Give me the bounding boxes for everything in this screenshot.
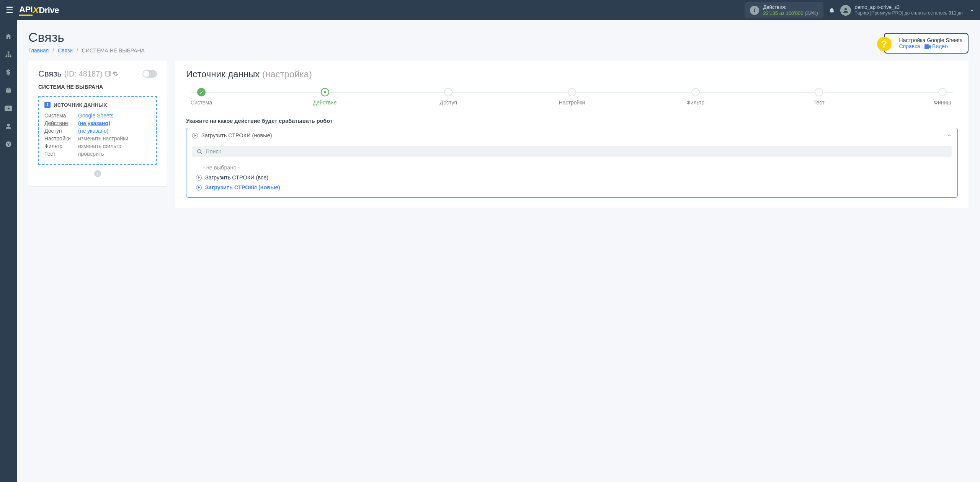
search-input[interactable]: Поиск <box>192 146 952 157</box>
add-button[interactable]: + <box>94 170 101 177</box>
user-icon[interactable] <box>4 122 13 131</box>
badge-1: 1 <box>44 102 51 108</box>
breadcrumb-links[interactable]: Связи <box>58 47 73 54</box>
step-filter[interactable] <box>691 88 700 96</box>
play-icon <box>196 175 202 181</box>
settings-value[interactable]: изменить настройки <box>78 135 128 142</box>
connection-toggle[interactable] <box>142 70 157 78</box>
svg-rect-3 <box>8 56 10 57</box>
actions-label: Действия: <box>763 4 818 10</box>
sidebar: $ ? <box>0 20 17 482</box>
gear-icon[interactable] <box>113 71 119 77</box>
home-icon[interactable] <box>4 32 13 41</box>
svg-rect-2 <box>6 56 8 57</box>
action-value[interactable]: (не указано) <box>78 120 110 126</box>
help-title: Настройка Google Sheets <box>899 37 962 43</box>
youtube-icon[interactable] <box>4 104 13 113</box>
copy-icon[interactable] <box>105 71 111 77</box>
action-select: Загрузить СТРОКИ (новые) Поиск - не выбр… <box>186 128 958 198</box>
step-finish[interactable] <box>938 88 947 96</box>
svg-point-0 <box>844 8 847 10</box>
bell-icon[interactable] <box>828 7 835 14</box>
chevron-up-icon <box>947 133 952 138</box>
access-value[interactable]: (не указано) <box>78 128 109 134</box>
question-icon[interactable]: ? <box>877 37 892 51</box>
svg-rect-11 <box>106 71 109 76</box>
user-menu[interactable]: demo_apix-drive_s3 Тариф |Премиум PRO| д… <box>840 4 974 16</box>
option-all[interactable]: Загрузить СТРОКИ (все) <box>192 173 952 182</box>
stepper: ✓Система Действие Доступ Настройки Фильт… <box>186 88 958 106</box>
main-panel: Источник данных (настройка) ✓Система Дей… <box>175 60 969 208</box>
connection-id: (ID: 48187) <box>64 70 103 78</box>
svg-rect-4 <box>10 56 11 57</box>
svg-text:?: ? <box>7 142 10 147</box>
chevron-down-icon[interactable] <box>970 8 974 13</box>
select-head[interactable]: Загрузить СТРОКИ (новые) <box>186 128 957 143</box>
panel-subheader: СИСТЕМА НЕ ВЫБРАНА <box>38 84 157 90</box>
source-box: 1 ИСТОЧНИК ДАННЫХ СистемаGoogle Sheets Д… <box>38 96 157 165</box>
video-link[interactable]: Видео <box>924 43 948 49</box>
topbar: ☰ APIXDrive i Действия: 22'135 из 100'00… <box>0 0 980 20</box>
info-icon: i <box>750 6 759 15</box>
tariff-text: Тариф |Премиум PRO| до оплаты осталось 3… <box>855 10 963 16</box>
test-value[interactable]: проверить <box>78 151 104 157</box>
breadcrumb: Главная / Связи / СИСТЕМА НЕ ВЫБРАНА <box>28 47 145 54</box>
panel-title: Связь <box>38 69 62 79</box>
menu-icon[interactable]: ☰ <box>6 5 13 15</box>
play-icon <box>192 133 198 138</box>
breadcrumb-current: СИСТЕМА НЕ ВЫБРАНА <box>82 47 145 54</box>
step-system[interactable]: ✓ <box>197 88 206 96</box>
svg-text:$: $ <box>7 69 10 76</box>
page-title: Связь <box>28 30 145 45</box>
sitemap-icon[interactable] <box>4 50 13 59</box>
play-icon <box>196 185 202 191</box>
search-icon <box>197 149 203 155</box>
username: demo_apix-drive_s3 <box>855 4 963 10</box>
option-none[interactable]: - не выбрано - <box>192 163 952 173</box>
logo[interactable]: APIXDrive <box>19 5 59 16</box>
option-new[interactable]: Загрузить СТРОКИ (новые) <box>192 182 952 192</box>
step-test[interactable] <box>815 88 823 96</box>
breadcrumb-home[interactable]: Главная <box>28 47 49 54</box>
step-action[interactable] <box>321 88 329 96</box>
main-title: Источник данных (настройка) <box>186 69 958 80</box>
filter-value[interactable]: изменить фильтр <box>78 143 121 149</box>
svg-rect-10 <box>924 44 929 49</box>
system-value[interactable]: Google Sheets <box>78 112 114 119</box>
svg-point-12 <box>198 149 201 153</box>
step-settings[interactable] <box>568 88 576 96</box>
avatar-icon <box>840 5 851 16</box>
source-title: ИСТОЧНИК ДАННЫХ <box>54 102 107 108</box>
dollar-icon[interactable]: $ <box>4 68 13 77</box>
svg-point-7 <box>7 124 10 127</box>
briefcase-icon[interactable] <box>4 86 13 95</box>
actions-counter[interactable]: i Действия: 22'135 из 100'000 (22%) <box>745 2 823 18</box>
step-access[interactable] <box>444 88 452 96</box>
svg-rect-1 <box>8 52 10 53</box>
help-box: ? Настройка Google Sheets Справка Видео <box>884 33 969 54</box>
help-icon[interactable]: ? <box>4 140 13 149</box>
help-link[interactable]: Справка <box>899 43 920 49</box>
form-label: Укажите на какое действие будет срабатыв… <box>186 118 958 124</box>
connection-panel: Связь (ID: 48187) СИСТЕМА НЕ ВЫБРАНА 1 И… <box>28 60 167 186</box>
